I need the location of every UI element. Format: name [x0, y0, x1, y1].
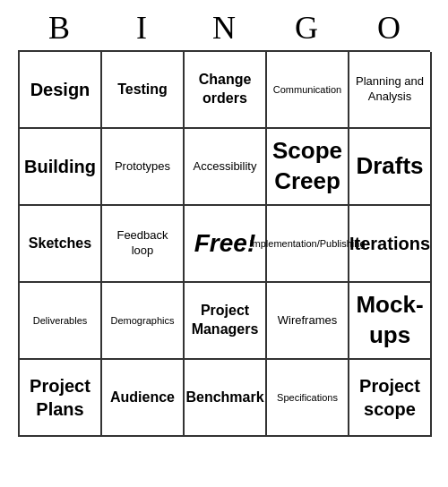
- cell-text-19: Mock-ups: [353, 290, 426, 351]
- bingo-grid: DesignTestingChange ordersCommunicationP…: [18, 50, 430, 437]
- bingo-cell-7: Accessibility: [185, 129, 267, 206]
- letter-o: O: [349, 9, 428, 47]
- letter-i: I: [102, 9, 181, 47]
- cell-text-24: Project scope: [353, 374, 426, 421]
- cell-text-15: Deliverables: [33, 314, 88, 327]
- cell-text-21: Audience: [110, 389, 175, 407]
- cell-text-1: Testing: [117, 81, 168, 99]
- cell-text-11: Feedback loop: [106, 228, 179, 259]
- cell-text-7: Accessibility: [194, 159, 257, 175]
- bingo-cell-15: Deliverables: [20, 283, 102, 360]
- bingo-cell-4: Planning and Analysis: [349, 52, 432, 129]
- cell-text-18: Wireframes: [278, 313, 337, 329]
- bingo-header: B I N G O: [18, 9, 430, 47]
- cell-text-16: Demographics: [111, 314, 175, 327]
- cell-text-4: Planning and Analysis: [353, 74, 426, 105]
- cell-text-6: Prototypes: [115, 159, 170, 175]
- bingo-cell-10: Sketches: [20, 206, 102, 283]
- cell-text-12: Free!: [194, 227, 255, 260]
- bingo-cell-24: Project scope: [349, 360, 432, 437]
- cell-text-8: Scope Creep: [271, 136, 344, 197]
- bingo-cell-6: Prototypes: [102, 129, 185, 206]
- bingo-cell-2: Change orders: [185, 52, 267, 129]
- cell-text-23: Specifications: [277, 391, 338, 404]
- bingo-cell-3: Communication: [267, 52, 349, 129]
- cell-text-17: Project Managers: [188, 302, 262, 339]
- bingo-cell-17: Project Managers: [185, 283, 267, 360]
- bingo-cell-21: Audience: [102, 360, 185, 437]
- bingo-cell-19: Mock-ups: [349, 283, 432, 360]
- letter-n: N: [185, 9, 263, 47]
- letter-b: B: [20, 9, 99, 47]
- cell-text-5: Building: [24, 155, 96, 178]
- bingo-cell-14: Iterations: [349, 206, 432, 283]
- cell-text-22: Benchmark: [185, 389, 263, 407]
- bingo-cell-22: Benchmark: [185, 360, 267, 437]
- cell-text-9: Drafts: [356, 151, 423, 182]
- bingo-cell-8: Scope Creep: [267, 129, 349, 206]
- cell-text-10: Sketches: [29, 235, 91, 253]
- bingo-cell-13: Implementation/Publishing: [267, 206, 349, 283]
- bingo-cell-20: Project Plans: [20, 360, 102, 437]
- cell-text-0: Design: [30, 78, 90, 101]
- cell-text-3: Communication: [273, 83, 341, 96]
- bingo-cell-11: Feedback loop: [102, 206, 185, 283]
- cell-text-14: Iterations: [349, 232, 430, 255]
- bingo-cell-16: Demographics: [102, 283, 185, 360]
- bingo-cell-9: Drafts: [349, 129, 432, 206]
- letter-g: G: [267, 9, 346, 47]
- bingo-cell-0: Design: [20, 52, 102, 129]
- bingo-cell-23: Specifications: [267, 360, 349, 437]
- cell-text-20: Project Plans: [23, 374, 97, 421]
- bingo-cell-1: Testing: [102, 52, 185, 129]
- bingo-cell-18: Wireframes: [267, 283, 349, 360]
- cell-text-13: Implementation/Publishing: [249, 237, 365, 250]
- bingo-cell-5: Building: [20, 129, 102, 206]
- cell-text-2: Change orders: [188, 71, 262, 108]
